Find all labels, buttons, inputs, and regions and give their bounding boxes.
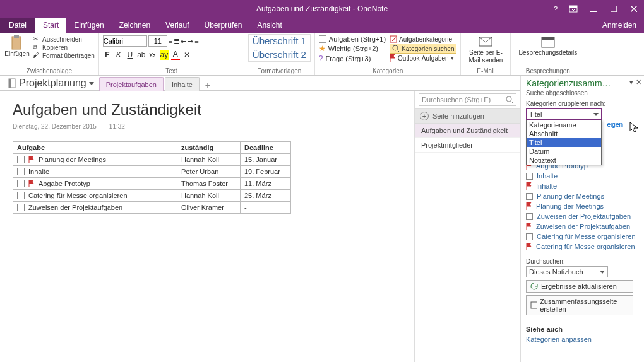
bullets-icon[interactable]: ≡ (169, 37, 172, 45)
tags-summary-pane: ▾ ✕ Kategorienzusamm… Suche abgeschlosse… (520, 76, 644, 362)
dropdown-option[interactable]: Datum (527, 147, 601, 156)
outlook-tasks-button[interactable]: Outlook-Aufgaben▾ (390, 54, 456, 62)
table-row[interactable]: Planung der MeetingsHannah Koll15. Janua… (13, 154, 291, 166)
maximize-button[interactable] (604, 0, 624, 18)
highlight-button[interactable]: ay (160, 50, 169, 60)
cut-button[interactable]: ✂Ausschneiden (33, 35, 95, 43)
dropdown-option[interactable]: Notiztext (527, 156, 601, 165)
result-item[interactable]: Catering für Messe organisieren (526, 242, 639, 252)
create-summary-button[interactable]: Zusammenfassungsseite erstellen (526, 295, 633, 315)
tasks-table[interactable]: Aufgabe zuständig Deadline Planung der M… (13, 141, 291, 214)
section-tab-other[interactable]: Inhalte (165, 77, 200, 91)
dropdown-list: Kategoriename Abschnitt Titel Datum Noti… (526, 120, 602, 165)
calendar-icon (541, 35, 555, 48)
table-row[interactable]: Abgabe PrototypThomas Foster11. März (13, 178, 291, 190)
clear-format-button[interactable]: ✕ (182, 50, 191, 60)
tab-draw[interactable]: Zeichnen (112, 18, 158, 33)
pane-options-icon[interactable]: ▾ (629, 78, 633, 86)
result-item[interactable]: Catering für Messe organisieren (526, 231, 639, 242)
page-item[interactable]: Projektmitglieder (415, 138, 520, 153)
search-input[interactable]: Durchsuchen (Strg+E) (419, 93, 516, 106)
see-also-label: Siehe auch (526, 325, 639, 333)
tag-important[interactable]: ★Wichtig (Strg+2) (319, 44, 386, 54)
checkbox-icon[interactable] (17, 204, 25, 211)
result-text: Zuweisen der Projektaufgaben (537, 213, 631, 220)
tab-view[interactable]: Ansicht (250, 18, 290, 33)
checkbox-icon[interactable] (17, 156, 25, 163)
table-row[interactable]: InhaltePeter Urban19. Februar (13, 166, 291, 178)
dropdown-option[interactable]: Abschnitt (527, 129, 601, 138)
style-heading1[interactable]: Überschrift 1 (249, 34, 310, 48)
result-item[interactable]: Planung der Meetings (526, 191, 639, 201)
dropdown-option[interactable]: Titel (527, 138, 601, 147)
outdent-icon[interactable]: ⇤ (181, 37, 186, 45)
refresh-results-button[interactable]: Ergebnisse aktualisieren (526, 280, 633, 293)
page-canvas[interactable]: Aufgaben und Zuständigkeit Dienstag, 22.… (0, 91, 414, 362)
font-name-select[interactable] (103, 35, 147, 47)
section-tab-active[interactable]: Projektaufgaben (99, 77, 164, 91)
page-meta: Dienstag, 22. Dezember 2015 11:32 (13, 123, 402, 130)
copy-button[interactable]: ⧉Kopieren (33, 44, 95, 51)
group-styles: Überschrift 1 Überschrift 2 Formatvorlag… (244, 33, 315, 75)
strike-button[interactable]: ab (137, 50, 146, 60)
checkbox-icon (526, 213, 533, 220)
question-icon: ? (319, 54, 323, 63)
align-icon[interactable]: ≡ (194, 37, 198, 45)
tag-task[interactable]: Aufgaben (Strg+1) (319, 35, 386, 44)
styles-gallery[interactable]: Überschrift 1 Überschrift 2 (248, 34, 311, 62)
minimize-button[interactable] (583, 0, 604, 18)
format-painter-button[interactable]: 🖌Format übertragen (33, 52, 95, 59)
checkbox-icon[interactable] (17, 192, 25, 199)
ribbon-display-options-icon[interactable] (563, 0, 583, 18)
group-label: Kategorien (319, 67, 457, 75)
checkbox-icon[interactable] (17, 180, 25, 187)
task-due: 11. März (241, 178, 291, 190)
tab-start[interactable]: Start (35, 18, 66, 33)
customize-tags-link[interactable]: Kategorien anpassen (526, 336, 639, 343)
group-by-dropdown[interactable]: Titel Kategoriename Abschnitt Titel Datu… (526, 108, 639, 120)
flag-icon (526, 223, 532, 230)
result-item[interactable]: Zuweisen der Projektaufgaben (526, 211, 639, 221)
add-section-button[interactable]: + (201, 80, 215, 90)
style-heading2[interactable]: Überschrift 2 (249, 48, 310, 62)
meeting-details-button[interactable]: Besprechungsdetails (515, 34, 581, 58)
page-title[interactable]: Aufgaben und Zuständigkeit (13, 101, 402, 120)
search-scope-select[interactable]: Dieses Notizbuch (526, 266, 608, 277)
tab-insert[interactable]: Einfügen (66, 18, 111, 33)
svg-rect-3 (611, 6, 617, 12)
flag-icon (526, 202, 532, 210)
flag-icon (526, 182, 532, 190)
font-color-button[interactable]: A (171, 50, 180, 60)
tab-history[interactable]: Verlauf (158, 18, 196, 33)
bold-button[interactable]: F (103, 50, 112, 60)
close-button[interactable] (624, 0, 644, 18)
indent-icon[interactable]: ⇥ (188, 37, 193, 45)
result-text: Inhalte (537, 172, 558, 180)
italic-button[interactable]: K (114, 50, 123, 60)
email-page-button[interactable]: Seite per E-Mail senden (465, 34, 506, 66)
table-row[interactable]: Catering für Messe organisierenHannah Ko… (13, 190, 291, 202)
tab-review[interactable]: Überprüfen (196, 18, 249, 33)
table-row[interactable]: Zuweisen der ProjektaufgabenOliver Krame… (13, 202, 291, 214)
help-icon[interactable]: ? (548, 0, 563, 18)
font-size-select[interactable] (148, 35, 167, 47)
signin-link[interactable]: Anmelden (602, 18, 636, 33)
subscript-button[interactable]: x₂ (148, 50, 157, 60)
notebook-picker[interactable]: Projektplanung (4, 78, 99, 90)
find-categories-button[interactable]: Kategorien suchen (390, 44, 456, 54)
dropdown-option[interactable]: Kategoriename (527, 120, 601, 129)
underline-button[interactable]: U (126, 50, 134, 60)
add-page-button[interactable]: + Seite hinzufügen (415, 108, 520, 124)
pane-close-icon[interactable]: ✕ (636, 78, 641, 86)
tag-question[interactable]: ?Frage (Strg+3) (319, 54, 386, 64)
result-item[interactable]: Zuweisen der Projektaufgaben (526, 221, 639, 231)
paste-button[interactable]: Einfügen (4, 34, 30, 57)
result-item[interactable]: Planung der Meetings (526, 201, 639, 211)
file-tab[interactable]: Datei (0, 18, 35, 33)
task-category-button[interactable]: Aufgabenkategorie (390, 35, 456, 43)
page-item[interactable]: Aufgaben und Zuständigkeit (415, 124, 520, 138)
result-item[interactable]: Inhalte (526, 181, 639, 191)
checkbox-icon[interactable] (17, 168, 25, 175)
numbering-icon[interactable]: ≣ (174, 37, 179, 45)
result-item[interactable]: Inhalte (526, 171, 639, 181)
